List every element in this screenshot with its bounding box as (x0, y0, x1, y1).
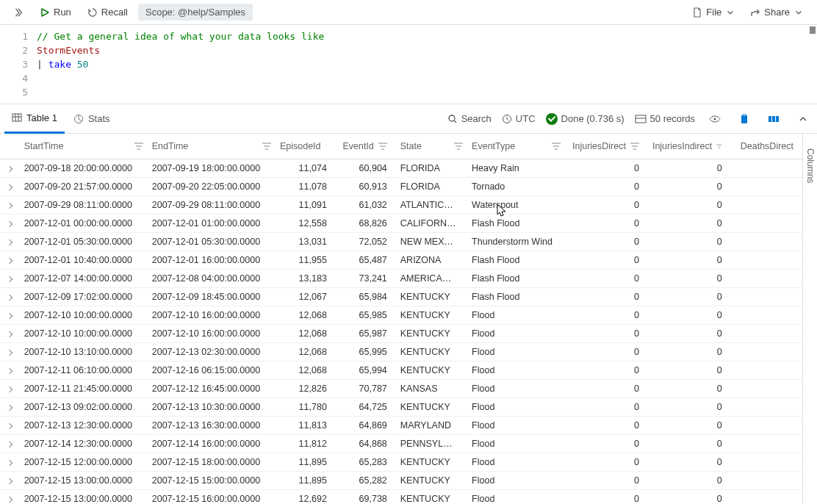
cell-endtime: 2007-09-20 22:05:00.0000 (148, 178, 276, 196)
expand-row[interactable] (0, 178, 20, 196)
col-state[interactable]: State (396, 134, 467, 159)
expand-all-header[interactable] (0, 134, 20, 159)
expand-row[interactable] (0, 490, 20, 505)
cell-eventid: 73,241 (336, 270, 396, 288)
table-row[interactable]: 2007-12-07 14:00:00.00002007-12-08 04:00… (0, 270, 802, 288)
table-row[interactable]: 2007-09-29 08:11:00.00002007-09-29 08:11… (0, 196, 802, 215)
col-injuriesdirect[interactable]: InjuriesDirect (565, 134, 648, 159)
color-button[interactable] (764, 109, 783, 129)
expand-row[interactable] (0, 380, 20, 398)
svg-rect-9 (772, 116, 775, 122)
minimap-scroll[interactable] (810, 26, 816, 34)
expand-row[interactable] (0, 398, 20, 417)
col-injuriesindirect[interactable]: InjuriesIndirect (648, 134, 731, 159)
table-row[interactable]: 2007-12-01 00:00:00.00002007-12-01 01:00… (0, 215, 802, 233)
cell-deathsdirect (731, 472, 802, 490)
expand-row[interactable] (0, 306, 20, 325)
results-scroll[interactable]: StartTime EndTime EpisodeId EventId Stat… (0, 134, 802, 504)
cell-endtime: 2007-12-10 16:00:00.0000 (148, 325, 276, 343)
cell-starttime: 2007-12-15 13:00:00.0000 (20, 472, 148, 490)
expand-row[interactable] (0, 417, 20, 435)
cell-starttime: 2007-09-20 21:57:00.0000 (20, 178, 148, 196)
cell-injuriesdirect: 0 (565, 196, 648, 215)
copy-button[interactable] (735, 109, 754, 129)
tab-table[interactable]: Table 1 (4, 104, 65, 134)
share-button[interactable]: Share (744, 4, 810, 21)
cell-episodeid: 11,078 (276, 178, 336, 196)
expand-row[interactable] (0, 472, 20, 490)
result-bar: Table 1 Stats Search UTC Done (0.736 s) … (0, 104, 817, 134)
columns-panel-tab[interactable]: Columns (802, 134, 817, 504)
expand-row[interactable] (0, 270, 20, 288)
cell-endtime: 2007-12-15 15:00:00.0000 (148, 472, 276, 490)
table-row[interactable]: 2007-12-01 10:40:00.00002007-12-01 16:00… (0, 251, 802, 270)
line-gutter: 1 2 3 4 5 (0, 29, 37, 99)
table-row[interactable]: 2007-12-10 13:10:00.00002007-12-13 02:30… (0, 343, 802, 361)
expand-row[interactable] (0, 159, 20, 178)
hide-empty-button[interactable] (705, 109, 724, 129)
expand-row[interactable] (0, 343, 20, 361)
recall-button[interactable]: Recall (82, 4, 134, 21)
col-eventtype[interactable]: EventType (467, 134, 565, 159)
table-row[interactable]: 2007-09-20 21:57:00.00002007-09-20 22:05… (0, 178, 802, 196)
code-area[interactable]: // Get a general idea of what your data … (37, 29, 817, 99)
cell-endtime: 2007-12-16 06:15:00.0000 (148, 361, 276, 380)
col-endtime[interactable]: EndTime (148, 134, 276, 159)
table-row[interactable]: 2007-12-15 13:00:00.00002007-12-15 15:00… (0, 472, 802, 490)
table-icon (12, 112, 22, 123)
table-row[interactable]: 2007-12-10 10:00:00.00002007-12-10 16:00… (0, 325, 802, 343)
table-row[interactable]: 2007-12-10 10:00:00.00002007-12-10 16:00… (0, 306, 802, 325)
chevron-down-icon (725, 7, 735, 18)
eye-icon (709, 114, 721, 124)
expand-row[interactable] (0, 215, 20, 233)
table-row[interactable]: 2007-12-09 17:02:00.00002007-12-09 18:45… (0, 288, 802, 306)
table-row[interactable]: 2007-12-14 12:30:00.00002007-12-14 16:00… (0, 435, 802, 453)
expand-button[interactable] (793, 109, 813, 129)
col-episodeid[interactable]: EpisodeId (276, 134, 336, 159)
table-row[interactable]: 2007-12-15 13:00:00.00002007-12-15 16:00… (0, 490, 802, 505)
search-button[interactable]: Search (447, 113, 492, 124)
expand-row[interactable] (0, 233, 20, 251)
col-eventid[interactable]: EventId (336, 134, 396, 159)
cell-injuriesdirect: 0 (565, 398, 648, 417)
cell-starttime: 2007-12-11 06:10:00.0000 (20, 361, 148, 380)
col-deathsdirect[interactable]: DeathsDirect (731, 134, 802, 159)
expand-row[interactable] (0, 288, 20, 306)
cell-injuriesindirect: 0 (648, 380, 731, 398)
scope-selector[interactable]: Scope: @help/Samples (138, 4, 253, 21)
table-row[interactable]: 2007-12-13 09:02:00.00002007-12-13 10:30… (0, 398, 802, 417)
col-starttime[interactable]: StartTime (20, 134, 148, 159)
cell-deathsdirect (731, 361, 802, 380)
table-row[interactable]: 2007-12-15 12:00:00.00002007-12-15 18:00… (0, 453, 802, 472)
cell-state: AMERICA… (396, 270, 467, 288)
query-editor[interactable]: 1 2 3 4 5 // Get a general idea of what … (0, 25, 817, 104)
cell-endtime: 2007-12-10 16:00:00.0000 (148, 306, 276, 325)
cell-deathsdirect (731, 159, 802, 178)
cell-state: KENTUCKY (396, 288, 467, 306)
cell-eventid: 69,738 (336, 490, 396, 505)
table-row[interactable]: 2007-12-13 12:30:00.00002007-12-13 16:30… (0, 417, 802, 435)
tab-stats[interactable]: Stats (66, 104, 118, 134)
expand-row[interactable] (0, 251, 20, 270)
cell-episodeid: 12,068 (276, 361, 336, 380)
cell-episodeid: 11,074 (276, 159, 336, 178)
table-row[interactable]: 2007-09-18 20:00:00.00002007-09-19 18:00… (0, 159, 802, 178)
expand-row[interactable] (0, 361, 20, 380)
file-button[interactable]: File (686, 4, 741, 21)
cell-state: FLORIDA (396, 178, 467, 196)
cell-injuriesindirect: 0 (648, 215, 731, 233)
cell-injuriesindirect: 0 (648, 270, 731, 288)
run-button[interactable]: Run (34, 4, 77, 21)
cell-injuriesdirect: 0 (565, 453, 648, 472)
table-row[interactable]: 2007-12-11 21:45:00.00002007-12-12 16:45… (0, 380, 802, 398)
table-row[interactable]: 2007-12-11 06:10:00.00002007-12-16 06:15… (0, 361, 802, 380)
expand-row[interactable] (0, 196, 20, 215)
expand-row[interactable] (0, 325, 20, 343)
expand-toolbar-button[interactable] (7, 4, 29, 21)
cell-injuriesdirect: 0 (565, 270, 648, 288)
expand-row[interactable] (0, 453, 20, 472)
timezone-toggle[interactable]: UTC (502, 113, 536, 124)
table-row[interactable]: 2007-12-01 05:30:00.00002007-12-01 05:30… (0, 233, 802, 251)
expand-row[interactable] (0, 435, 20, 453)
cell-starttime: 2007-09-18 20:00:00.0000 (20, 159, 148, 178)
